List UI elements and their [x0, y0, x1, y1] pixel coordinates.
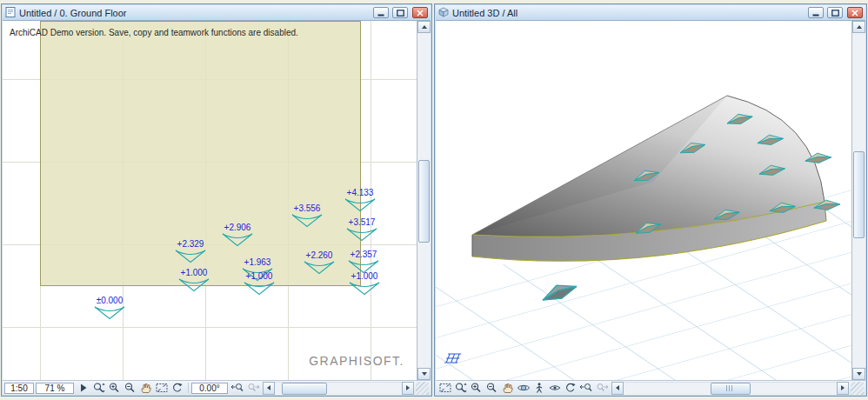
level-marker[interactable]: +2.329 [171, 239, 210, 263]
roof-marker-3d[interactable] [812, 197, 842, 217]
view3d-titlebar[interactable]: Untitled 3D / All [436, 5, 865, 21]
scroll-left-button[interactable] [263, 382, 275, 395]
view3d-vertical-scrollbar[interactable] [852, 21, 865, 380]
zoom-in-icon[interactable] [469, 382, 484, 395]
view3d-window: Untitled 3D / All [434, 3, 867, 397]
zoom-stepper-icon[interactable] [453, 382, 469, 395]
plan-titlebar[interactable]: Untitled / 0. Ground Floor [3, 5, 431, 21]
scroll-down-button[interactable] [417, 368, 431, 380]
minimize-button[interactable] [373, 7, 389, 18]
down-arrow-icon [857, 372, 862, 376]
scroll-right-button[interactable] [402, 382, 414, 395]
level-label: +2.357 [351, 250, 377, 259]
rotate-view-icon[interactable] [563, 382, 578, 395]
roof-marker-3d[interactable] [631, 165, 663, 190]
level-label: +3.556 [294, 203, 321, 213]
zoom-percent-field[interactable]: 71 % [36, 383, 74, 394]
level-label: +1.000 [351, 271, 378, 281]
walk-icon[interactable] [531, 382, 547, 395]
orientation-angle-field[interactable]: 0.00° [191, 383, 228, 394]
close-button[interactable] [412, 7, 428, 18]
maximize-button[interactable] [827, 7, 843, 18]
orbit-icon[interactable] [516, 382, 531, 395]
zoom-out-icon[interactable] [484, 382, 500, 395]
prev-zoom-icon[interactable] [230, 382, 245, 395]
level-marker[interactable]: +1.000 [240, 271, 278, 296]
next-zoom-icon[interactable] [594, 382, 610, 395]
minimize-button[interactable] [808, 7, 824, 18]
graphisoft-watermark: GRAPHISOFT. [309, 354, 404, 368]
ground-marker-3d[interactable] [537, 277, 583, 311]
level-marker[interactable]: ±0.000 [90, 296, 129, 320]
left-arrow-icon [267, 385, 270, 390]
view3d-horizontal-scrollbar[interactable] [611, 382, 849, 395]
maximize-button[interactable] [392, 7, 408, 18]
horizontal-scroll-track[interactable] [624, 382, 837, 395]
resize-grip[interactable] [851, 382, 864, 395]
scroll-up-button[interactable] [417, 21, 431, 33]
plan-document-icon [5, 5, 16, 21]
pan-hand-icon[interactable] [500, 382, 516, 395]
grid-origin-icon[interactable] [443, 352, 462, 370]
roof-marker-3d[interactable] [711, 205, 743, 229]
fit-view-icon[interactable] [437, 382, 453, 395]
thumb-grip [726, 385, 734, 391]
scroll-right-button[interactable] [837, 382, 849, 395]
scroll-up-button[interactable] [852, 21, 865, 33]
close-button[interactable] [847, 7, 863, 18]
plan-vertical-scrollbar[interactable] [417, 21, 431, 380]
level-marker[interactable]: +2.906 [218, 223, 257, 247]
zoom-in-icon[interactable] [107, 382, 123, 395]
roof-marker-3d[interactable] [804, 150, 833, 170]
level-marker[interactable]: +3.517 [343, 217, 381, 242]
pan-hand-icon[interactable] [138, 382, 154, 395]
left-arrow-icon [616, 385, 619, 390]
plan-horizontal-scrollbar[interactable] [263, 382, 414, 395]
vertical-scroll-thumb[interactable] [853, 151, 865, 238]
roof-marker-3d[interactable] [756, 131, 786, 152]
plan-markers: ±0.000+1.000+2.329+2.906+1.963+1.000+3.5… [3, 21, 417, 380]
level-label: +2.260 [306, 250, 333, 260]
level-marker[interactable]: +1.000 [345, 271, 384, 296]
level-label: +2.906 [224, 223, 251, 232]
level-marker[interactable]: +2.357 [344, 250, 383, 274]
roof-marker-3d[interactable] [724, 110, 756, 133]
level-marker[interactable]: +3.556 [288, 203, 326, 228]
horizontal-scroll-track[interactable] [275, 382, 402, 395]
level-label: ±0.000 [97, 296, 124, 305]
plan-window: Untitled / 0. Ground Floor ArchiCAD Demo… [1, 3, 432, 397]
view3d-statusbar [436, 380, 865, 395]
resize-grip[interactable] [416, 382, 429, 395]
view3d-markers [436, 21, 851, 380]
zoom-stepper-icon[interactable] [91, 382, 107, 395]
plan-toolbar-icons-a [76, 382, 185, 395]
prev-zoom-icon[interactable] [578, 382, 594, 395]
rotate-view-icon[interactable] [170, 382, 185, 395]
roof-marker-3d[interactable] [633, 217, 665, 243]
fit-view-icon[interactable] [154, 382, 170, 395]
view3d-toolbar-icons [437, 382, 610, 395]
view3d-window-title: Untitled 3D / All [452, 8, 805, 18]
next-zoom-icon[interactable] [245, 382, 261, 395]
view3d-canvas[interactable] [436, 21, 852, 380]
level-label: +1.963 [244, 257, 271, 267]
level-label: +4.133 [347, 188, 374, 197]
play-icon[interactable] [76, 382, 91, 395]
level-marker[interactable]: +2.260 [300, 250, 338, 275]
horizontal-scroll-thumb[interactable] [711, 383, 751, 395]
roof-marker-3d[interactable] [757, 161, 787, 183]
horizontal-scroll-thumb[interactable] [282, 383, 327, 395]
level-marker[interactable]: +1.000 [175, 268, 213, 292]
look-icon[interactable] [547, 382, 563, 395]
level-marker[interactable]: +4.133 [341, 188, 379, 212]
plan-toolbar-icons-b [230, 382, 261, 395]
roof-marker-3d[interactable] [768, 199, 798, 220]
zoom-out-icon[interactable] [123, 382, 138, 395]
vertical-scroll-thumb[interactable] [418, 160, 430, 243]
roof-marker-3d[interactable] [678, 137, 709, 162]
scroll-left-button[interactable] [611, 382, 624, 395]
scroll-down-button[interactable] [852, 368, 865, 380]
plan-canvas[interactable]: ArchiCAD Demo version. Save, copy and te… [3, 21, 417, 380]
scale-field[interactable]: 1:50 [4, 383, 34, 394]
right-arrow-icon [841, 385, 845, 390]
